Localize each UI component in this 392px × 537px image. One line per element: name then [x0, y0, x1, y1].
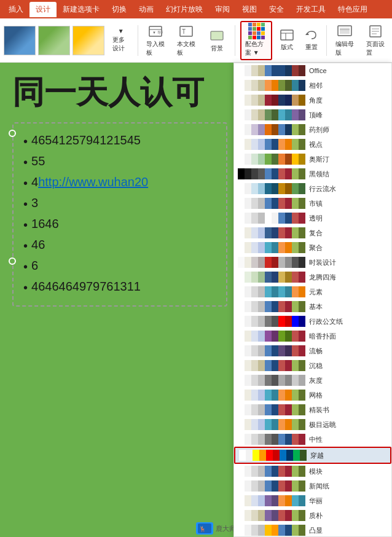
tab-view[interactable]: 视图 [236, 2, 263, 17]
background-icon [208, 28, 226, 43]
color-swatch [278, 272, 285, 283]
color-swatch [258, 168, 265, 179]
theme-name: 质朴 [309, 511, 388, 520]
theme-row[interactable]: 凸显 [234, 523, 391, 537]
theme-name: 基本 [309, 302, 388, 312]
theme-row[interactable]: 模块 [234, 464, 391, 479]
theme-row[interactable]: 暗香扑面 [234, 329, 391, 343]
tab-security[interactable]: 安全 [263, 2, 290, 17]
color-swatch [285, 360, 292, 371]
tab-special[interactable]: 特色应用 [332, 2, 374, 17]
color-swatch [292, 495, 299, 506]
color-scheme-button[interactable]: 配色方案 ▼ [240, 21, 272, 60]
page-settings-button[interactable]: 页面设置 [363, 22, 388, 59]
theme-name: 行政公文纸 [309, 317, 388, 326]
color-swatch [258, 257, 265, 268]
color-swatch [265, 525, 272, 536]
theme-row[interactable]: 行云流水 [234, 181, 391, 196]
color-swatch [238, 286, 245, 297]
color-swatch [285, 466, 292, 477]
theme-row[interactable]: 时装设计 [234, 255, 391, 270]
theme-row[interactable]: 药剂师 [234, 122, 391, 137]
theme-row[interactable]: 网格 [234, 388, 391, 402]
tab-dev[interactable]: 开发工具 [290, 2, 332, 17]
theme-row[interactable]: 角度 [234, 93, 391, 108]
background-button[interactable]: 背景 [204, 26, 230, 55]
theme-row[interactable]: 质朴 [234, 508, 391, 523]
theme-row[interactable]: 龙腾四海 [234, 270, 391, 284]
color-swatch [272, 466, 278, 477]
toolbar-area: ▼ 更多设计 ▼ 导入 导入模板 T 本文模板 [0, 18, 392, 63]
theme-row[interactable]: 黑领结 [234, 167, 391, 181]
bullet: • [23, 154, 28, 170]
theme-row[interactable]: 市镇 [234, 196, 391, 211]
theme-thumb-2[interactable] [38, 26, 70, 55]
list-text: 46 [31, 238, 45, 252]
color-swatch [265, 345, 272, 356]
theme-row[interactable]: 聚合 [234, 240, 391, 255]
theme-row[interactable]: 穿越 [234, 447, 391, 464]
color-swatches [238, 183, 305, 194]
color-swatch [292, 80, 299, 91]
color-swatch [245, 525, 251, 536]
tab-review[interactable]: 审阅 [209, 2, 236, 17]
color-swatch [292, 198, 299, 209]
link-text: http://www.wuhan20 [38, 175, 148, 189]
color-swatch [251, 124, 258, 135]
tab-design[interactable]: 设计 [29, 2, 57, 17]
theme-row[interactable]: 复合 [234, 225, 391, 240]
theme-row[interactable]: 中性 [234, 432, 391, 447]
import-template-button[interactable]: ▼ 导入 导入模板 [143, 22, 168, 59]
theme-thumb-1[interactable] [4, 26, 36, 55]
theme-row[interactable]: 极目远眺 [234, 417, 391, 432]
theme-row[interactable]: Office [234, 63, 391, 78]
color-swatch [285, 139, 292, 150]
theme-row[interactable]: 顶峰 [234, 108, 391, 122]
tab-switch[interactable]: 切换 [106, 2, 133, 17]
layout-button[interactable]: 版式 [277, 28, 297, 53]
reset-button[interactable]: 重置 [302, 28, 321, 53]
main-area: 同一天人认可 • 4654125794121545 • 55 • 4http [0, 63, 392, 537]
tab-animate[interactable]: 动画 [133, 2, 160, 17]
theme-row[interactable]: 基本 [234, 299, 391, 314]
more-design-button[interactable]: ▼ 更多设计 [109, 26, 133, 54]
color-swatch [278, 390, 285, 401]
theme-thumb-3[interactable] [73, 26, 104, 55]
color-swatches [238, 213, 305, 224]
color-swatch [292, 139, 299, 150]
theme-dropdown[interactable]: Office相邻角度顶峰药剂师视点奥斯汀黑领结行云流水市镇透明复合聚合时装设计龙… [233, 63, 392, 537]
theme-row[interactable]: 沉稳 [234, 358, 391, 373]
list-text: 4http://www.wuhan20 [31, 175, 148, 189]
theme-row[interactable]: 新闻纸 [234, 479, 391, 493]
tab-insert[interactable]: 插入 [2, 2, 29, 17]
color-swatch [251, 109, 258, 120]
theme-row[interactable]: 透明 [234, 211, 391, 225]
theme-row[interactable]: 视点 [234, 137, 391, 152]
slide-master-button[interactable]: 编辑母版 [332, 22, 358, 59]
color-swatch [265, 139, 272, 150]
theme-row[interactable]: 元素 [234, 284, 391, 299]
tab-slideshow[interactable]: 幻灯片放映 [160, 2, 209, 17]
color-swatch [245, 124, 251, 135]
theme-row[interactable]: 奥斯汀 [234, 152, 391, 167]
theme-row[interactable]: 华丽 [234, 493, 391, 508]
theme-row[interactable]: 流畅 [234, 343, 391, 358]
theme-row[interactable]: 精装书 [234, 402, 391, 417]
theme-row[interactable]: 相邻 [234, 78, 391, 93]
theme-row[interactable]: 灰度 [234, 373, 391, 388]
color-swatch [278, 331, 285, 342]
list-item: • 6 [23, 256, 216, 277]
tab-new[interactable]: 新建选项卡 [57, 2, 106, 17]
color-swatch [299, 331, 305, 342]
color-swatch [238, 375, 245, 386]
color-swatch [292, 360, 299, 371]
color-swatch [258, 390, 265, 401]
color-swatch [258, 360, 265, 371]
color-swatch [238, 331, 245, 342]
color-swatch [245, 345, 251, 356]
theme-row[interactable]: 行政公文纸 [234, 314, 391, 329]
color-swatches [238, 360, 305, 371]
text-template-button[interactable]: T 本文模板 [173, 22, 199, 59]
color-swatches [238, 95, 305, 106]
color-swatches [238, 80, 305, 91]
